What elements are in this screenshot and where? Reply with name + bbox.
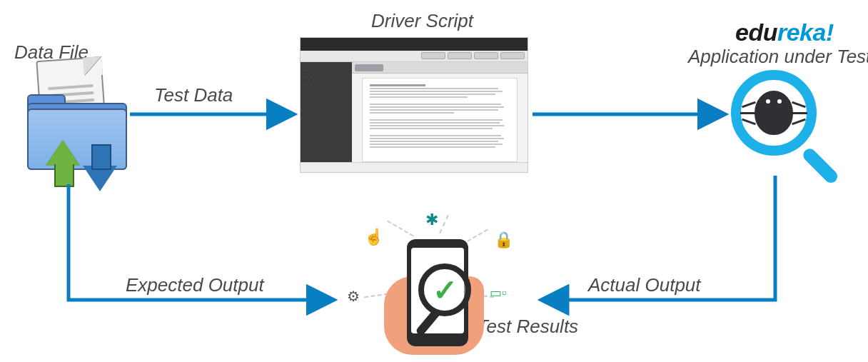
- brand-part2: reka: [777, 19, 826, 46]
- result-magnifier-glass-icon: ✓: [418, 263, 471, 316]
- application-under-test-icon: [731, 70, 838, 177]
- brand-logo: edureka!: [735, 19, 834, 46]
- magnifier-handle-icon: [801, 146, 840, 186]
- brand-bang: !: [826, 19, 834, 46]
- bug-icon: [755, 91, 793, 135]
- checkmark-icon: ✓: [433, 273, 458, 308]
- gear-icon: ⚙: [347, 288, 360, 305]
- sync-down-arrow-icon: [83, 166, 117, 191]
- padlock-icon: 🔒: [494, 231, 513, 249]
- test-results-icon: ✱ ☝ 🔒 ⚙ ▭▫ ✓: [343, 211, 528, 353]
- mini-bug-icon: ✱: [425, 211, 438, 229]
- sync-up-arrow-icon: [46, 140, 80, 166]
- magnifier-glass-icon: [731, 70, 817, 156]
- label-test-data: Test Data: [154, 84, 233, 106]
- label-expected-output: Expected Output: [126, 274, 264, 296]
- data-file-icon: [14, 59, 136, 180]
- label-driver-script: Driver Script: [371, 10, 473, 32]
- label-actual-output: Actual Output: [588, 274, 701, 296]
- responsive-devices-icon: ▭▫: [490, 285, 506, 301]
- brand-part1: edu: [735, 19, 777, 46]
- label-application-under-test: Application under Test: [688, 46, 868, 68]
- driver-script-screenshot: · · · · ·· · · · ·· · · · ·: [300, 37, 528, 173]
- pointer-cursor-icon: ☝: [364, 228, 383, 246]
